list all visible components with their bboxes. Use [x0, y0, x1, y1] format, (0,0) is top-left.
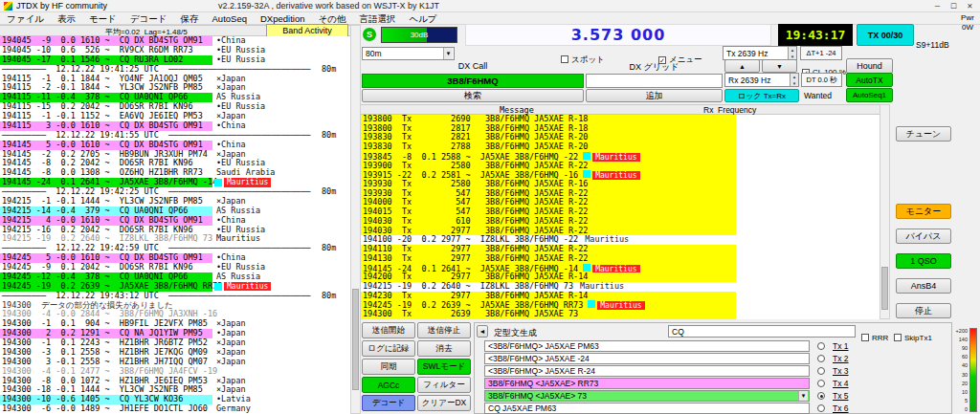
tx-message-field[interactable]: <3B8/F6HMQ> JA5XAE R-24	[484, 365, 810, 377]
lock-txrx-button[interactable]: ロック Tx=Rx	[724, 89, 799, 102]
search-button[interactable]: 検索	[362, 89, 584, 102]
tx-button[interactable]: Tx 6	[833, 403, 849, 413]
halt-button[interactable]: 停止	[896, 303, 951, 318]
tx-message-field[interactable]: 3B8/F6HMQ <JA5XAE> RR73	[484, 378, 810, 389]
band-label: 80m	[322, 65, 336, 75]
tx-button[interactable]: Tx 4	[833, 379, 849, 388]
tx-button[interactable]: Tx 2	[833, 354, 849, 363]
one-qso-button[interactable]: 1 QSO	[896, 253, 951, 269]
spin-down-icon[interactable]: ▾	[791, 80, 798, 87]
app-icon	[4, 2, 12, 11]
scrollbar-thumb[interactable]	[881, 267, 888, 310]
tx-button[interactable]: Tx 5	[833, 391, 849, 401]
menu-item[interactable]: 表示	[51, 12, 82, 25]
standard-messages-panel: ◄ 定型文生成 CQ RRR SkipTx1 <3B8/F6HMQ> JA5XA…	[474, 322, 952, 414]
decode-row[interactable]: 194300 -6 -0.0 1489 ~ JH1EFE DO1CTL JO60…	[0, 404, 350, 414]
dx-call-label: DX Call	[362, 61, 584, 71]
new-call-chip	[588, 300, 595, 308]
window-title: JTDX by HF community	[16, 1, 107, 11]
tx-frequency-spinner[interactable]: Tx 2639 Hz ▴▾	[723, 46, 797, 60]
minimize-icon[interactable]: ─	[929, 0, 946, 11]
tune-button[interactable]: チューン	[896, 126, 951, 142]
menu-item[interactable]: 言語選択	[352, 12, 402, 25]
freq-down-button[interactable]: ▼	[762, 59, 797, 73]
hound-button[interactable]: Hound	[846, 58, 893, 74]
rx-decode-row[interactable]: 194230 Tx 2977 3B8/F6HMQ JA5XAE R-14	[361, 292, 880, 301]
tx-select-radio[interactable]	[817, 404, 825, 412]
log-qso-button[interactable]: ログに記録	[362, 340, 415, 357]
country-label: ×Japan	[216, 358, 246, 367]
swl-mode-button[interactable]: SWLモード	[417, 359, 471, 375]
back-arrow-button[interactable]: ◄	[477, 325, 488, 338]
dropdown-arrow-icon[interactable]: ▾	[798, 391, 808, 401]
add-button[interactable]: 追加	[586, 89, 723, 102]
close-icon[interactable]: ✕	[962, 0, 978, 11]
tx-select-radio[interactable]	[817, 367, 825, 375]
rx-decode-row[interactable]: 193900 Tx 2580 3B8/F6HMQ JA5XAE R-22	[361, 162, 880, 171]
power-meter-bar[interactable]	[969, 328, 977, 412]
tx-select-radio[interactable]	[817, 380, 825, 387]
power-scale-label: 60	[954, 354, 968, 360]
bypass-button[interactable]: バイパス	[896, 229, 951, 244]
power-scale-label: 10	[954, 389, 968, 395]
tab-band-activity[interactable]: Band Activity	[266, 24, 348, 37]
clear-dx-button[interactable]: クリアーDX	[417, 395, 471, 411]
tx-select-radio[interactable]	[817, 355, 825, 362]
wanted-label: Wanted	[804, 91, 832, 100]
rx-decode-row[interactable]: 194130 Tx 2977 3B8/F6HMQ JA5XAE R-22	[361, 254, 880, 264]
menu-item[interactable]: デコード	[123, 12, 174, 25]
tx-button[interactable]: Tx 1	[833, 341, 849, 351]
menu-item[interactable]: 保存	[174, 12, 206, 25]
menu-item[interactable]: DXpedition	[254, 12, 311, 25]
filter-button[interactable]: フィルター	[417, 377, 471, 393]
band-select-value: 80m	[366, 49, 382, 58]
freq-up-button[interactable]: ▲	[724, 59, 760, 73]
band-activity-scrollbar[interactable]	[350, 25, 361, 414]
band-activity-rows: 194045 -9 0.0 1610 ~ CQ DX BD4STG OM91•C…	[0, 36, 350, 414]
tx-button[interactable]: Tx 3	[833, 366, 849, 376]
band-select[interactable]: 80m ▾	[362, 47, 455, 60]
chevron-down-icon[interactable]: ▾	[443, 48, 453, 59]
cq-message-input[interactable]: CQ	[668, 325, 856, 338]
enable-tx-button[interactable]: 送信開始	[362, 322, 415, 338]
menu-item[interactable]: ヘルプ	[402, 12, 443, 25]
halt-tx-button[interactable]: 送信停止	[417, 322, 471, 338]
tx-message-row: <3B8/F6HMQ> JA5XAE R-24Tx 3	[475, 365, 951, 377]
country-label: Germany	[216, 404, 251, 414]
power-scale-label: 20	[954, 381, 968, 386]
dx-call-input[interactable]: 3B8/F6HMQ	[362, 74, 584, 88]
ansb4-button[interactable]: AnsB4	[896, 278, 951, 294]
tx-message-field[interactable]: 3B8/F6HMQ <JA5XAE> 73▾	[484, 390, 810, 402]
tx-select-radio[interactable]	[817, 342, 825, 350]
rx-decode-row[interactable]: 193830 Tx 2788 3B8/F6HMQ JA5XAE R-20	[361, 142, 880, 152]
decode-button[interactable]: デコード	[362, 395, 415, 411]
utc-clock: 19:43:17	[778, 24, 853, 46]
erase-button[interactable]: 消去	[417, 340, 471, 357]
signal-meter-value: 30dB	[382, 28, 457, 42]
rx-frequency-spinner[interactable]: Rx 2639 Hz ▴▾	[724, 73, 799, 87]
scrollbar-thumb[interactable]	[352, 289, 359, 389]
menu-item[interactable]: モード	[82, 12, 123, 25]
autotx-button[interactable]: AutoTX	[846, 73, 893, 87]
menu-item[interactable]: ファイル	[0, 12, 51, 25]
sync-button[interactable]: 同期	[362, 359, 415, 375]
tx-message-field[interactable]: <3B8/F6HMQ> JA5XAE -24	[484, 353, 810, 364]
monitor-button[interactable]: モニター	[896, 204, 951, 219]
tx-message-field[interactable]: <3B8/F6HMQ> JA5XAE PM63	[484, 340, 810, 352]
agc-button[interactable]: AGCc	[362, 377, 415, 393]
rx-frequency-scrollbar[interactable]	[880, 104, 890, 319]
autoseq-button[interactable]: AutoSeq1	[846, 88, 893, 102]
tx-message-field[interactable]: CQ JA5XAE PM63	[484, 403, 810, 414]
tab-standard-messages[interactable]: 定型文生成	[494, 327, 537, 339]
band-label: 80m	[322, 187, 336, 197]
version-text: v2.2.159-32A , derivative work based on …	[218, 1, 439, 11]
dx-grid-input[interactable]	[586, 74, 723, 88]
tx-watchdog-button[interactable]: TX 00/30	[857, 24, 914, 46]
menu-item[interactable]: その他	[311, 12, 352, 25]
menu-item[interactable]: AutoSeq	[206, 12, 254, 25]
tx-select-radio[interactable]	[817, 392, 825, 400]
dx-grid-label: DX グリッド	[586, 61, 723, 74]
rx-decode-row[interactable]: 194300 Tx 2639 3B8/F6HMQ JA5XAE 73	[361, 310, 880, 319]
maximize-icon[interactable]: ☐	[946, 0, 962, 11]
dt-value-box: DT 0.0 秒	[801, 73, 842, 87]
